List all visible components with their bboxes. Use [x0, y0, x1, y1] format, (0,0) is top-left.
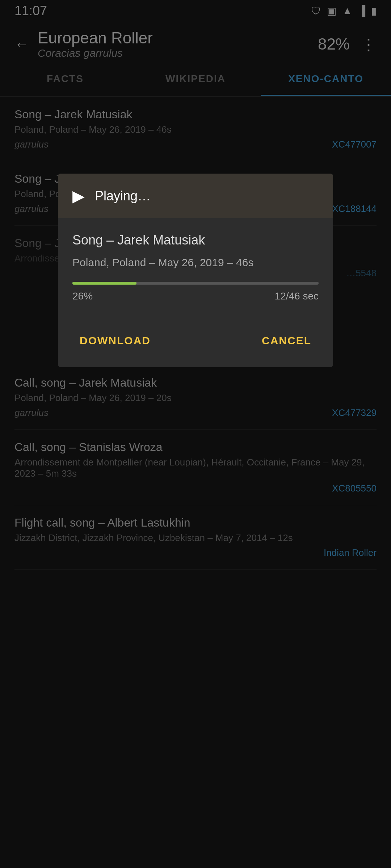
dialog-body: Song – Jarek Matusiak Poland, Poland – M…: [58, 218, 333, 320]
progress-bar-container: [72, 282, 319, 285]
dialog-song-meta: Poland, Poland – May 26, 2019 – 46s: [72, 256, 319, 269]
dialog-song-title: Song – Jarek Matusiak: [72, 233, 319, 248]
dialog-header: ▶ Playing…: [58, 174, 333, 218]
progress-time: 12/46 sec: [275, 290, 319, 302]
cancel-button[interactable]: CANCEL: [196, 327, 319, 354]
dialog-playing-text: Playing…: [95, 188, 151, 204]
playing-dialog: ▶ Playing… Song – Jarek Matusiak Poland,…: [58, 174, 333, 367]
progress-percent: 26%: [72, 290, 93, 302]
dialog-actions: DOWNLOAD CANCEL: [58, 320, 333, 367]
dialog-overlay: ▶ Playing… Song – Jarek Matusiak Poland,…: [0, 0, 391, 868]
download-button[interactable]: DOWNLOAD: [72, 327, 196, 354]
play-icon: ▶: [72, 187, 85, 205]
progress-bar-fill: [72, 282, 136, 285]
progress-labels: 26% 12/46 sec: [72, 290, 319, 302]
